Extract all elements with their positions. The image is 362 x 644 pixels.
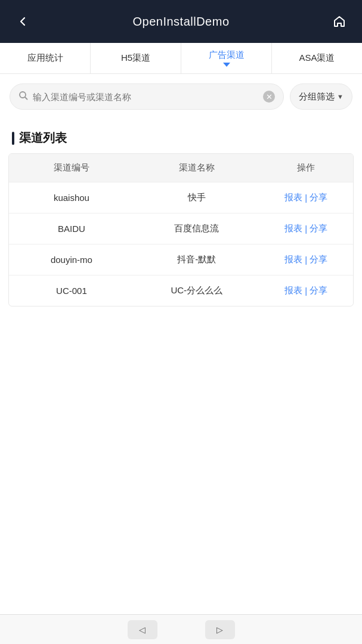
table-row: kuaishou 快手 报表 | 分享 (9, 182, 353, 213)
search-box: ✕ (10, 83, 284, 110)
action-cell-uc: 报表 | 分享 (259, 285, 353, 296)
tab-asa-channel[interactable]: ASA渠道 (272, 43, 362, 73)
tab-h5-channel-label: H5渠道 (121, 52, 150, 64)
prev-page-button[interactable]: ◁ (128, 620, 157, 639)
search-section: ✕ 分组筛选 ▼ (0, 74, 362, 119)
tab-asa-channel-label: ASA渠道 (299, 52, 335, 64)
tab-app-stats[interactable]: 应用统计 (0, 43, 91, 73)
action-separator: | (305, 286, 307, 296)
channel-name-douyin: 抖音-默默 (134, 254, 259, 265)
filter-button[interactable]: 分组筛选 ▼ (290, 83, 352, 110)
action-separator: | (305, 193, 307, 203)
report-link-douyin[interactable]: 报表 (284, 254, 302, 265)
svg-line-1 (25, 97, 27, 100)
bottom-navigation: ◁ ▷ (0, 614, 362, 644)
filter-label: 分组筛选 (299, 91, 335, 103)
report-link-kuaishou[interactable]: 报表 (284, 192, 302, 203)
table-header-channel-name: 渠道名称 (134, 162, 259, 174)
page-title: OpenInstallDemo (132, 15, 229, 29)
prev-icon: ◁ (139, 625, 146, 634)
action-cell-baidu: 报表 | 分享 (259, 223, 353, 234)
share-link-douyin[interactable]: 分享 (310, 254, 327, 265)
tab-active-indicator (223, 63, 230, 67)
action-separator: | (305, 255, 307, 265)
table-row: BAIDU 百度信息流 报表 | 分享 (9, 213, 353, 244)
channel-id-baidu: BAIDU (9, 224, 134, 234)
tab-bar: 应用统计 H5渠道 广告渠道 ASA渠道 (0, 43, 362, 74)
action-cell-kuaishou: 报表 | 分享 (259, 192, 353, 203)
report-link-baidu[interactable]: 报表 (284, 223, 302, 234)
share-link-baidu[interactable]: 分享 (310, 223, 327, 234)
channel-name-baidu: 百度信息流 (134, 223, 259, 234)
table-header: 渠道编号 渠道名称 操作 (9, 154, 353, 182)
next-page-button[interactable]: ▷ (205, 620, 235, 639)
header: OpenInstallDemo (0, 0, 362, 43)
tab-ad-channel[interactable]: 广告渠道 (181, 43, 272, 73)
search-input[interactable] (33, 92, 263, 102)
channel-name-uc: UC-分么么么 (134, 285, 259, 296)
report-link-uc[interactable]: 报表 (284, 285, 302, 296)
home-button[interactable] (329, 11, 350, 32)
table-row: UC-001 UC-分么么么 报表 | 分享 (9, 275, 353, 306)
chevron-down-icon: ▼ (337, 93, 344, 100)
channel-table: 渠道编号 渠道名称 操作 kuaishou 快手 报表 | 分享 BAIDU 百… (8, 153, 354, 306)
tab-app-stats-label: 应用统计 (27, 52, 63, 64)
channel-id-kuaishou: kuaishou (9, 193, 134, 203)
search-icon (18, 91, 28, 103)
tab-h5-channel[interactable]: H5渠道 (91, 43, 181, 73)
action-separator: | (305, 224, 307, 234)
table-row: douyin-mo 抖音-默默 报表 | 分享 (9, 244, 353, 275)
channel-id-uc: UC-001 (9, 286, 134, 296)
section-title: 渠道列表 (0, 119, 362, 153)
channel-name-kuaishou: 快手 (134, 192, 259, 203)
search-clear-button[interactable]: ✕ (263, 91, 275, 103)
section-bar-decoration (12, 132, 14, 145)
share-link-uc[interactable]: 分享 (310, 285, 327, 296)
table-header-action: 操作 (259, 162, 353, 174)
tab-ad-channel-label: 广告渠道 (209, 49, 245, 61)
table-header-channel-id: 渠道编号 (9, 162, 134, 174)
share-link-kuaishou[interactable]: 分享 (310, 192, 327, 203)
section-label: 渠道列表 (19, 130, 67, 146)
channel-id-douyin: douyin-mo (9, 255, 134, 265)
back-button[interactable] (12, 11, 33, 32)
action-cell-douyin: 报表 | 分享 (259, 254, 353, 265)
next-icon: ▷ (216, 625, 223, 634)
